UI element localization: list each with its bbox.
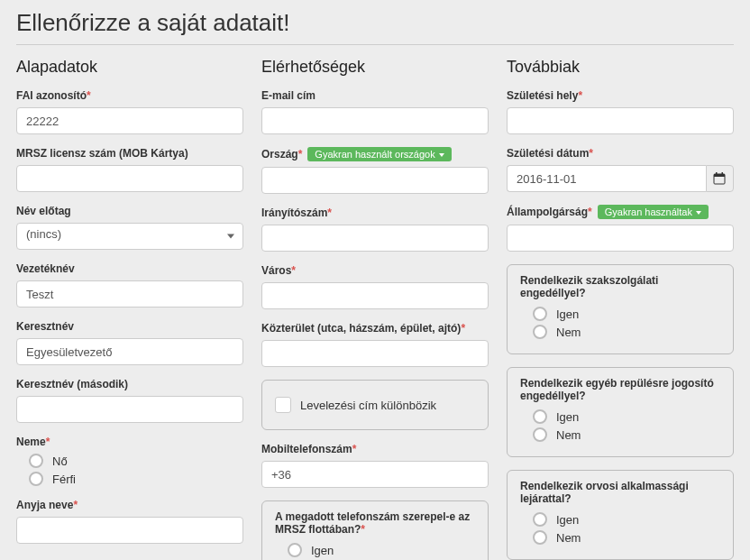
contact-heading: Elérhetőségek bbox=[261, 58, 489, 77]
mobile-label: Mobiltelefonszám bbox=[261, 443, 489, 455]
service-permit-no-label: Nem bbox=[556, 326, 581, 339]
service-permit-question: Rendelkezik szakszolgálati engedéllyel? bbox=[520, 274, 720, 299]
radio-icon bbox=[533, 409, 547, 424]
prefix-select[interactable]: (nincs) bbox=[16, 223, 243, 250]
citizenship-label: Állampolgárság bbox=[507, 206, 592, 218]
fleet-yes-label: Igen bbox=[311, 544, 334, 557]
radio-icon bbox=[533, 307, 547, 321]
radio-icon bbox=[29, 454, 43, 468]
email-label: E-mail cím bbox=[261, 89, 489, 102]
calendar-icon bbox=[713, 172, 726, 185]
birthplace-label: Születési hely bbox=[507, 89, 734, 102]
contact-column: Elérhetőségek E-mail cím Ország Gyakran … bbox=[261, 58, 489, 560]
fleet-yes-radio[interactable]: Igen bbox=[288, 543, 475, 557]
medical-no-label: Nem bbox=[556, 531, 581, 545]
datepicker-button[interactable] bbox=[706, 165, 734, 192]
other-permit-yes-radio[interactable]: Igen bbox=[533, 409, 720, 424]
mailing-differs-checkbox[interactable]: Levelezési cím különbözik bbox=[275, 397, 475, 413]
basics-heading: Alapadatok bbox=[16, 58, 243, 77]
medical-yes-label: Igen bbox=[556, 513, 579, 527]
fai-input[interactable] bbox=[16, 107, 243, 134]
city-label: Város bbox=[261, 264, 489, 277]
citizenship-input[interactable] bbox=[507, 225, 734, 252]
basics-column: Alapadatok FAI azonosító MRSZ licensz sz… bbox=[16, 58, 243, 560]
country-quick-badge[interactable]: Gyakran használt országok bbox=[307, 147, 451, 161]
lastname-input[interactable] bbox=[16, 280, 243, 308]
radio-icon bbox=[288, 543, 302, 557]
page-title: Ellenőrizze a saját adatait! bbox=[16, 9, 734, 37]
zip-input[interactable] bbox=[261, 225, 489, 252]
firstname2-input[interactable] bbox=[16, 396, 243, 423]
medical-question: Rendelkezik orvosi alkalmassági lejáratt… bbox=[520, 480, 720, 505]
medical-yes-radio[interactable]: Igen bbox=[533, 512, 720, 527]
radio-icon bbox=[533, 325, 547, 339]
street-input[interactable] bbox=[261, 340, 489, 367]
birthplace-input[interactable] bbox=[507, 107, 734, 134]
radio-icon bbox=[533, 512, 547, 527]
street-label: Közterület (utca, házszám, épület, ajtó) bbox=[261, 322, 489, 335]
gender-label: Neme bbox=[16, 436, 243, 448]
fai-label: FAI azonosító bbox=[16, 89, 243, 102]
svg-rect-2 bbox=[716, 172, 718, 175]
other-permit-no-label: Nem bbox=[556, 428, 581, 442]
other-permit-no-radio[interactable]: Nem bbox=[533, 427, 720, 442]
mailing-differs-label: Levelezési cím különbözik bbox=[300, 399, 436, 412]
firstname-label: Keresztnév bbox=[16, 320, 243, 333]
birthdate-input[interactable] bbox=[507, 165, 706, 192]
mrsz-label: MRSZ licensz szám (MOB Kártya) bbox=[16, 147, 243, 160]
fleet-question: A megadott telefonszám szerepel-e az MRS… bbox=[275, 510, 470, 536]
radio-icon bbox=[29, 472, 43, 486]
gender-male-label: Férfi bbox=[52, 473, 76, 486]
birthdate-label: Születési dátum bbox=[507, 147, 734, 160]
email-input[interactable] bbox=[261, 107, 489, 134]
service-permit-no-radio[interactable]: Nem bbox=[533, 325, 720, 339]
radio-icon bbox=[533, 427, 547, 442]
gender-male-radio[interactable]: Férfi bbox=[29, 472, 243, 486]
prefix-label: Név előtag bbox=[16, 205, 243, 217]
service-permit-yes-label: Igen bbox=[556, 308, 579, 321]
mothername-input[interactable] bbox=[16, 517, 243, 544]
more-column: Továbbiak Születési hely Születési dátum… bbox=[507, 58, 734, 560]
medical-no-radio[interactable]: Nem bbox=[533, 530, 720, 545]
other-permit-question: Rendelkezik egyéb repülésre jogosító eng… bbox=[520, 377, 720, 402]
mobile-input[interactable] bbox=[261, 461, 489, 488]
divider bbox=[16, 44, 734, 45]
gender-female-label: Nő bbox=[52, 454, 68, 468]
firstname-input[interactable] bbox=[16, 338, 243, 365]
zip-label: Irányítószám bbox=[261, 207, 489, 219]
more-heading: Továbbiak bbox=[507, 58, 734, 77]
city-input[interactable] bbox=[261, 282, 489, 309]
lastname-label: Vezetéknév bbox=[16, 262, 243, 275]
checkbox-icon bbox=[275, 397, 291, 413]
gender-female-radio[interactable]: Nő bbox=[29, 454, 243, 468]
country-label: Ország bbox=[261, 148, 302, 161]
mrsz-input[interactable] bbox=[16, 165, 243, 192]
svg-rect-3 bbox=[722, 172, 724, 175]
service-permit-yes-radio[interactable]: Igen bbox=[533, 307, 720, 321]
other-permit-yes-label: Igen bbox=[556, 410, 579, 424]
radio-icon bbox=[533, 530, 547, 545]
firstname2-label: Keresztnév (második) bbox=[16, 378, 243, 390]
mothername-label: Anyja neve bbox=[16, 499, 243, 511]
citizenship-quick-badge[interactable]: Gyakran használtak bbox=[598, 205, 709, 219]
country-input[interactable] bbox=[261, 167, 489, 194]
svg-rect-1 bbox=[714, 174, 725, 177]
